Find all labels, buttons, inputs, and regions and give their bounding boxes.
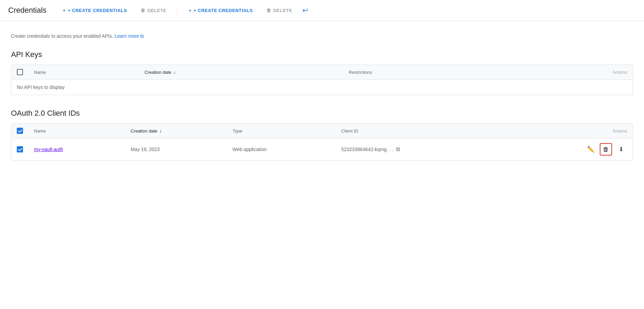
toolbar: Credentials + + CREATE CREDENTIALS 🗑 DEL… bbox=[0, 0, 644, 21]
oauth-header-row: Name Creation date ↓ Type Client ID bbox=[11, 124, 633, 138]
api-keys-header-row: Name Creation date ↓ Restrictions Action… bbox=[11, 65, 633, 80]
oauth-type-header: Type bbox=[227, 124, 336, 138]
oauth-row-actions-cell: ✏️ 🗑 ⬇ bbox=[503, 138, 633, 161]
edit-button[interactable]: ✏️ bbox=[585, 143, 597, 156]
toolbar-divider bbox=[177, 6, 178, 14]
learn-more-link[interactable]: Learn more ⧉ bbox=[115, 33, 144, 39]
page-title: Credentials bbox=[8, 6, 46, 15]
oauth-actions-header: Actions bbox=[503, 124, 633, 138]
api-keys-actions-header: Actions bbox=[509, 65, 633, 80]
row-checkbox-checked-icon[interactable] bbox=[17, 146, 23, 152]
copy-icon[interactable]: ⧉ bbox=[396, 146, 400, 152]
api-keys-creation-date-sort[interactable]: Creation date ↓ bbox=[145, 69, 338, 75]
client-id-value: 523233864642-kqmg. . . bbox=[341, 147, 393, 152]
create-credentials-button-2[interactable]: + + CREATE CREDENTIALS bbox=[183, 5, 258, 16]
oauth-client-id-header: Client ID bbox=[336, 124, 503, 138]
oauth-row-creation-date-cell: May 19, 2023 bbox=[125, 138, 227, 161]
checkbox-empty-icon[interactable] bbox=[17, 69, 23, 75]
undo-icon[interactable]: ↩ bbox=[300, 4, 310, 16]
create-credentials-label-2: + CREATE CREDENTIALS bbox=[193, 8, 253, 13]
oauth-table: Name Creation date ↓ Type Client ID bbox=[11, 124, 633, 160]
oauth-select-all-checkbox[interactable] bbox=[17, 128, 23, 134]
oauth-table-row: my-vault-auth May 19, 2023 Web applicati… bbox=[11, 138, 633, 161]
oauth-section-title: OAuth 2.0 Client IDs bbox=[11, 109, 633, 118]
plus-icon-1: + bbox=[63, 8, 65, 13]
api-keys-section-title: API Keys bbox=[11, 50, 633, 59]
oauth-row-checkbox-cell bbox=[11, 138, 28, 161]
oauth-sort-arrow-icon: ↓ bbox=[159, 128, 162, 134]
delete-label-2: DELETE bbox=[273, 8, 292, 13]
oauth-row-checkbox[interactable] bbox=[17, 146, 23, 152]
oauth-table-container: Name Creation date ↓ Type Client ID bbox=[11, 123, 633, 161]
oauth-creation-date-header[interactable]: Creation date ↓ bbox=[125, 124, 227, 138]
checkbox-checked-icon[interactable] bbox=[17, 128, 23, 134]
delete-label-1: DELETE bbox=[147, 8, 166, 13]
download-button[interactable]: ⬇ bbox=[615, 143, 627, 156]
delete-row-button[interactable]: 🗑 bbox=[600, 143, 612, 156]
trash-icon-2: 🗑 bbox=[266, 8, 271, 13]
oauth-creation-date-sort[interactable]: Creation date ↓ bbox=[131, 128, 222, 134]
external-link-icon: ⧉ bbox=[140, 33, 144, 39]
api-keys-select-all-checkbox[interactable] bbox=[17, 69, 23, 75]
api-keys-table: Name Creation date ↓ Restrictions Action… bbox=[11, 65, 633, 95]
trash-icon-1: 🗑 bbox=[141, 8, 145, 13]
main-content: Create credentials to access your enable… bbox=[0, 21, 644, 183]
api-keys-empty-message: No API keys to display bbox=[17, 84, 64, 90]
oauth-checkbox-header bbox=[11, 124, 28, 138]
api-keys-empty-row: No API keys to display bbox=[11, 80, 633, 95]
description-text: Create credentials to access your enable… bbox=[11, 33, 633, 39]
api-keys-table-container: Name Creation date ↓ Restrictions Action… bbox=[11, 65, 633, 95]
sort-arrow-icon: ↓ bbox=[174, 69, 176, 75]
description-static: Create credentials to access your enable… bbox=[11, 33, 113, 39]
oauth-row-client-id-cell: 523233864642-kqmg. . . ⧉ bbox=[336, 138, 503, 161]
create-credentials-label-1: + CREATE CREDENTIALS bbox=[68, 8, 127, 13]
api-keys-checkbox-header bbox=[11, 65, 28, 80]
oauth-row-name-cell: my-vault-auth bbox=[28, 138, 125, 161]
delete-button-2[interactable]: 🗑 DELETE bbox=[261, 5, 298, 16]
create-credentials-button-1[interactable]: + + CREATE CREDENTIALS bbox=[57, 5, 132, 16]
oauth-client-name-link[interactable]: my-vault-auth bbox=[34, 147, 63, 152]
api-keys-name-header: Name bbox=[28, 65, 139, 80]
api-keys-creation-date-header[interactable]: Creation date ↓ bbox=[139, 65, 343, 80]
delete-button-1[interactable]: 🗑 DELETE bbox=[135, 5, 172, 16]
oauth-row-type-cell: Web application bbox=[227, 138, 336, 161]
api-keys-restrictions-header: Restrictions bbox=[343, 65, 509, 80]
oauth-name-header: Name bbox=[28, 124, 125, 138]
plus-icon-2: + bbox=[189, 8, 191, 13]
